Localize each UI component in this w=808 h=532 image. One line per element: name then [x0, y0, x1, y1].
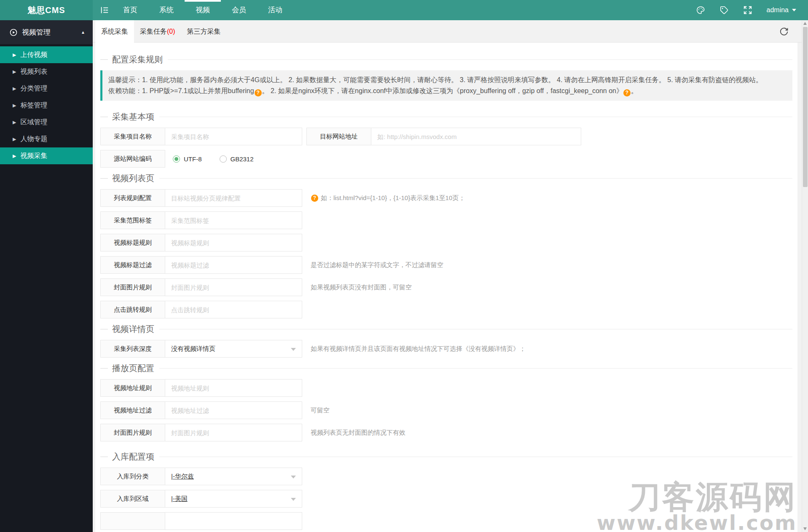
field-collect-range-tag: 采集范围标签 — [100, 211, 302, 229]
partial-row-input[interactable] — [165, 512, 302, 530]
field-label: 视频地址规则 — [100, 379, 165, 397]
tag-icon[interactable] — [719, 5, 729, 15]
scrollbar-thumb[interactable] — [803, 27, 808, 187]
field-store-region: 入库到区域|-美国 — [100, 490, 302, 508]
form-row: 视频地址过滤可留空 — [100, 401, 792, 419]
store-region-select[interactable]: |-美国 — [165, 490, 302, 508]
sidebar-item-region-management[interactable]: ▶区域管理 — [0, 114, 93, 131]
tab-collect-tasks[interactable]: 采集任务(0) — [134, 20, 181, 43]
field-list-rule: 列表规则配置 — [100, 189, 302, 207]
list-rule-input[interactable] — [165, 189, 302, 207]
chevron-down-icon — [291, 498, 296, 501]
form-row: 采集范围标签 — [100, 211, 792, 229]
video-title-rule-input[interactable] — [165, 234, 302, 251]
field-label: 点击跳转规则 — [100, 301, 165, 318]
nav-item-member[interactable]: 会员 — [221, 0, 257, 20]
triangle-right-icon: ▶ — [13, 136, 16, 142]
sidebar-item-video-list[interactable]: ▶视频列表 — [0, 63, 93, 80]
field-partial-row — [100, 512, 302, 530]
field-video-url-filter: 视频地址过滤 — [100, 401, 302, 419]
tab-third-party-collect[interactable]: 第三方采集 — [181, 20, 227, 43]
form-row: 封面图片规则如果视频列表页没有封面图，可留空 — [100, 278, 792, 296]
radio-label: UTF-8 — [184, 155, 202, 163]
user-menu[interactable]: admina — [767, 6, 796, 14]
form-row: 入库到分类|-华尔兹 — [100, 468, 792, 485]
collapse-menu-icon[interactable] — [97, 0, 112, 20]
legend-line — [100, 368, 108, 369]
scroll-up-arrow-icon[interactable] — [803, 22, 807, 25]
tab-label: 第三方采集 — [187, 28, 221, 35]
video-url-rule-input[interactable] — [165, 379, 302, 397]
section-legend: 采集基本项 — [100, 111, 792, 123]
sidebar-item-upload-video[interactable]: ▶上传视频 — [0, 46, 93, 63]
nav-item-home[interactable]: 首页 — [112, 0, 148, 20]
sidebar-item-label: 区域管理 — [20, 118, 47, 127]
page-title-legend: 配置采集规则 — [100, 53, 792, 65]
nav-item-activity[interactable]: 活动 — [257, 0, 293, 20]
field-project-name: 采集项目名称 — [100, 128, 302, 145]
question-circle-icon[interactable]: ? — [623, 89, 631, 96]
field-video-url-rule: 视频地址规则 — [100, 379, 302, 397]
project-name-input[interactable] — [165, 128, 302, 145]
refresh-icon[interactable] — [779, 27, 789, 37]
tab-label: 采集任务 — [140, 28, 167, 35]
page-title: 配置采集规则 — [112, 54, 163, 65]
form-row: 列表规则配置?如：list.html?vid={1-10}，{1-10}表示采集… — [100, 189, 792, 207]
field-label: 入库到分类 — [100, 468, 165, 485]
sidebar-item-tag-management[interactable]: ▶标签管理 — [0, 97, 93, 114]
section-title: 播放页配置 — [112, 363, 154, 374]
tab-system-collect[interactable]: 系统采集 — [95, 20, 134, 43]
video-title-filter-input[interactable] — [165, 256, 302, 274]
store-category-select[interactable]: |-华尔兹 — [165, 468, 302, 485]
notice-text: 依赖功能：1. PHP版>=7.1或以上并禁用buffering — [108, 87, 254, 94]
vertical-scrollbar[interactable] — [802, 20, 808, 532]
theme-palette-icon[interactable] — [696, 5, 705, 15]
target-site-url-input[interactable] — [371, 128, 581, 145]
form-row — [100, 512, 792, 530]
main-menu: 首页系统视频会员活动 — [112, 0, 293, 20]
legend-line — [100, 117, 108, 117]
radio-option: UTF-8 — [173, 155, 202, 163]
field-label: 视频标题过滤 — [100, 256, 165, 274]
play-cover-image-rule-input[interactable] — [165, 424, 302, 441]
triangle-right-icon: ▶ — [13, 52, 16, 58]
section-legend: 视频详情页 — [100, 323, 792, 335]
field-store-category: 入库到分类|-华尔兹 — [100, 468, 302, 485]
legend-line — [168, 59, 792, 60]
field-collect-depth: 采集列表深度没有视频详情页 — [100, 340, 302, 358]
sidebar: 视频管理 ▲ ▶上传视频▶视频列表▶分类管理▶标签管理▶区域管理▶人物专题▶视频… — [0, 20, 93, 532]
question-circle-icon[interactable]: ? — [311, 195, 318, 202]
question-circle-icon[interactable]: ? — [255, 89, 262, 96]
section-legend: 入库配置项 — [100, 451, 792, 462]
field-hint: ?如：list.html?vid={1-10}，{1-10}表示采集1至10页； — [311, 194, 465, 202]
collect-depth-select[interactable]: 没有视频详情页 — [165, 340, 302, 358]
sidebar-item-video-collect[interactable]: ▶视频采集 — [0, 147, 93, 164]
collect-range-tag-input[interactable] — [165, 211, 302, 229]
radio-gb2312[interactable] — [220, 155, 227, 163]
field-target-site-url: 目标网站地址 — [306, 128, 581, 145]
select-value: |-美国 — [171, 495, 188, 503]
click-jump-rule-input[interactable] — [165, 301, 302, 318]
field-video-title-rule: 视频标题规则 — [100, 234, 302, 251]
field-hint: 视频列表页无封面图的情况下有效 — [311, 429, 405, 437]
field-hint: 可留空 — [311, 406, 330, 414]
field-label: 采集项目名称 — [100, 128, 165, 145]
nav-item-video[interactable]: 视频 — [185, 0, 221, 20]
nav-item-system[interactable]: 系统 — [148, 0, 185, 20]
main-content: 系统采集采集任务(0)第三方采集 配置采集规则 温馨提示：1. 使用此功能，服务… — [93, 20, 802, 532]
sidebar-item-people-topic[interactable]: ▶人物专题 — [0, 131, 93, 147]
field-label: 源站网站编码 — [100, 150, 165, 168]
legend-line — [159, 368, 792, 369]
sidebar-group-label: 视频管理 — [22, 27, 81, 37]
field-hint: 是否过滤标题中的某字符或文字，不过滤请留空 — [311, 261, 443, 269]
sidebar-item-category-management[interactable]: ▶分类管理 — [0, 80, 93, 97]
tab-count-badge: (0) — [167, 28, 175, 35]
scroll-down-arrow-icon[interactable] — [803, 527, 807, 530]
fullscreen-icon[interactable] — [743, 5, 752, 15]
cover-image-rule-input[interactable] — [165, 278, 302, 296]
radio-utf-8[interactable] — [173, 155, 180, 163]
username: admina — [767, 6, 789, 14]
video-url-filter-input[interactable] — [165, 401, 302, 419]
triangle-right-icon: ▶ — [13, 69, 16, 75]
sidebar-group-video-management[interactable]: 视频管理 ▲ — [0, 20, 93, 44]
